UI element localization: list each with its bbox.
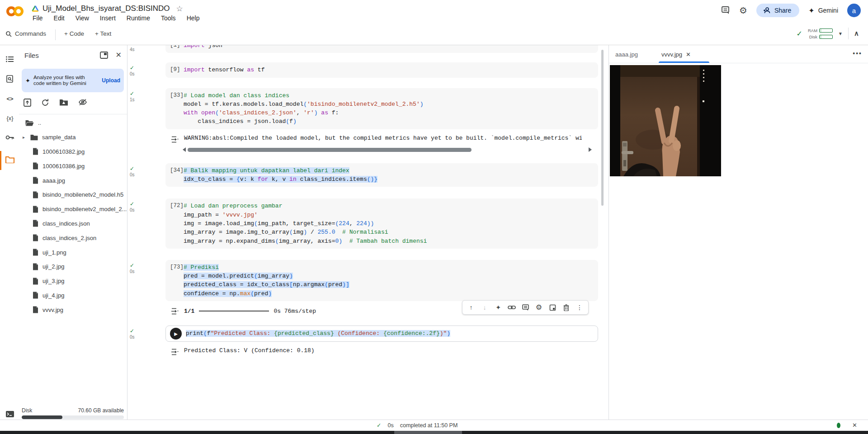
menu-file[interactable]: File: [33, 14, 43, 22]
commands-button[interactable]: Commands: [5, 30, 46, 37]
code-cell[interactable]: ✓0s[72]# Load dan preprocess gambarimg_p…: [127, 198, 600, 248]
code-cell[interactable]: ✓0s[9]import tensorflow as tf: [127, 62, 600, 77]
file-row[interactable]: vvvv.jpg: [19, 302, 127, 317]
move-down-icon[interactable]: ↓: [479, 302, 491, 313]
file-row[interactable]: 1000610382.jpg: [19, 145, 127, 159]
open-in-new-tab-icon[interactable]: [100, 52, 108, 59]
file-icon: [33, 249, 38, 256]
cell-code[interactable]: print(f"Predicted Class: {predicted_clas…: [186, 329, 450, 338]
execution-count[interactable]: [72]: [165, 202, 184, 245]
file-icon: [33, 263, 38, 270]
notebook-title[interactable]: Uji_Model_Bhs_isyarat_DS:BISINDO: [42, 4, 170, 13]
execution-count[interactable]: [73]: [165, 263, 184, 298]
comments-icon[interactable]: [721, 6, 730, 15]
folder-row[interactable]: ▸sample_data: [19, 130, 127, 145]
files-folder-icon[interactable]: [4, 154, 16, 165]
file-row[interactable]: uji_4.jpg: [19, 288, 127, 303]
drive-icon: [32, 5, 39, 12]
add-text-button[interactable]: + Text: [95, 30, 111, 37]
file-row[interactable]: uji_3.jpg: [19, 274, 127, 288]
find-replace-icon[interactable]: [4, 73, 16, 85]
more-icon[interactable]: ⋮: [574, 302, 585, 313]
execution-count[interactable]: [34]: [165, 166, 184, 184]
menu-runtime[interactable]: Runtime: [127, 14, 150, 22]
output-horizontal-scrollbar[interactable]: [183, 147, 592, 152]
file-icon: [33, 220, 38, 227]
file-row[interactable]: uji_1.png: [19, 245, 127, 259]
mirror-cell-icon[interactable]: [547, 302, 558, 313]
add-code-button[interactable]: + Code: [64, 30, 84, 37]
hidden-files-eye-icon[interactable]: [78, 99, 87, 107]
gemini-files-banner: ✦ Analyze your files with code written b…: [22, 69, 124, 92]
avatar[interactable]: a: [847, 4, 861, 17]
gemini-spark-icon[interactable]: ✦: [492, 302, 504, 313]
close-tab-icon[interactable]: ✕: [686, 51, 691, 58]
execution-count[interactable]: [33]: [165, 91, 184, 126]
cell-gutter: ✓0s: [130, 65, 164, 76]
colab-logo-icon[interactable]: [6, 5, 26, 19]
file-row[interactable]: class_indices_2.json: [19, 231, 127, 245]
gemini-sparkle-icon: ✦: [25, 77, 30, 84]
settings-gear-icon[interactable]: ⚙: [739, 5, 747, 16]
execution-count[interactable]: [9]: [165, 66, 184, 74]
tab-vvvv-jpg[interactable]: vvvv.jpg ✕: [661, 45, 691, 63]
collapse-toolbar-icon[interactable]: ∧: [854, 29, 859, 38]
close-files-panel-icon[interactable]: ✕: [116, 51, 122, 59]
variables-icon[interactable]: {x}: [4, 112, 16, 124]
execution-count[interactable]: [1]: [165, 45, 184, 50]
cell-code[interactable]: # Balik mapping untuk dapatkan label dar…: [184, 166, 377, 184]
share-button[interactable]: Share: [756, 4, 799, 17]
code-cell[interactable]: ✓0s[34]# Balik mapping untuk dapatkan la…: [127, 163, 600, 187]
output-icon[interactable]: [171, 135, 179, 143]
cell-code[interactable]: # Prediksipred = model.predict(img_array…: [184, 263, 349, 298]
ram-gauge: [819, 28, 833, 33]
upload-link[interactable]: Upload: [102, 77, 120, 84]
star-icon[interactable]: ☆: [176, 4, 183, 14]
file-row[interactable]: class_indices.json: [19, 217, 127, 231]
table-of-contents-icon[interactable]: [4, 53, 16, 65]
upload-file-icon[interactable]: [24, 99, 31, 107]
run-cell-button[interactable]: ▶: [170, 328, 182, 340]
link-icon[interactable]: [506, 302, 518, 313]
move-up-icon[interactable]: ↑: [465, 302, 477, 313]
cell-code[interactable]: import json: [184, 45, 222, 50]
resources-dropdown-icon[interactable]: ▼: [838, 31, 843, 36]
code-cell[interactable]: ✓0s▶print(f"Predicted Class: {predicted_…: [127, 326, 600, 355]
output-icon[interactable]: [171, 347, 179, 355]
resource-gauges[interactable]: RAM Disk: [808, 28, 833, 39]
code-snippets-icon[interactable]: <>: [4, 93, 16, 104]
cell-code[interactable]: # Load dan preprocess gambarimg_path = '…: [184, 202, 427, 245]
code-cell[interactable]: ✓4s[1]import json: [127, 45, 600, 53]
notebook-scrollbar[interactable]: [601, 50, 604, 206]
file-row[interactable]: uji_2.jpg: [19, 259, 127, 274]
file-row[interactable]: aaaa.jpg: [19, 173, 127, 188]
tabs-more-icon[interactable]: •••: [853, 50, 862, 57]
expand-chevron-icon[interactable]: ▸: [23, 135, 26, 140]
menu-edit[interactable]: Edit: [54, 14, 65, 22]
terminal-icon[interactable]: [4, 408, 16, 420]
settings-icon[interactable]: ⚙: [533, 302, 545, 313]
cell-code[interactable]: # Load model dan class indicesmodel = tf…: [184, 91, 424, 126]
delete-icon[interactable]: [560, 302, 572, 313]
gemini-button[interactable]: ✦ Gemini: [808, 6, 838, 15]
runtime-check-icon: ✓: [797, 29, 802, 38]
folder-row[interactable]: ..: [19, 116, 127, 130]
secrets-key-icon[interactable]: [4, 132, 16, 143]
menu-view[interactable]: View: [75, 14, 89, 22]
mount-drive-icon[interactable]: [59, 99, 68, 107]
file-row[interactable]: bisindo_mobilenetv2_model_2...: [19, 202, 127, 217]
code-cell[interactable]: ✓1s[33]# Load model dan class indicesmod…: [127, 88, 600, 152]
menu-help[interactable]: Help: [187, 14, 200, 22]
comment-icon[interactable]: [519, 302, 531, 313]
file-row[interactable]: bisindo_mobilenetv2_model.h5: [19, 188, 127, 202]
output-icon[interactable]: [171, 307, 179, 315]
close-status-icon[interactable]: ✕: [852, 422, 857, 429]
notebook-area: ✓4s[1]import json✓0s[9]import tensorflow…: [127, 45, 608, 420]
notebook-toolbar: Commands + Code + Text ✓ RAM Disk ▼ ∧: [0, 25, 868, 45]
menu-tools[interactable]: Tools: [161, 14, 176, 22]
tab-aaaa-jpg[interactable]: aaaa.jpg: [615, 45, 638, 63]
refresh-icon[interactable]: [41, 99, 49, 107]
menu-insert[interactable]: Insert: [100, 14, 116, 22]
cell-code[interactable]: import tensorflow as tf: [184, 66, 264, 74]
file-row[interactable]: 1000610386.jpg: [19, 159, 127, 173]
